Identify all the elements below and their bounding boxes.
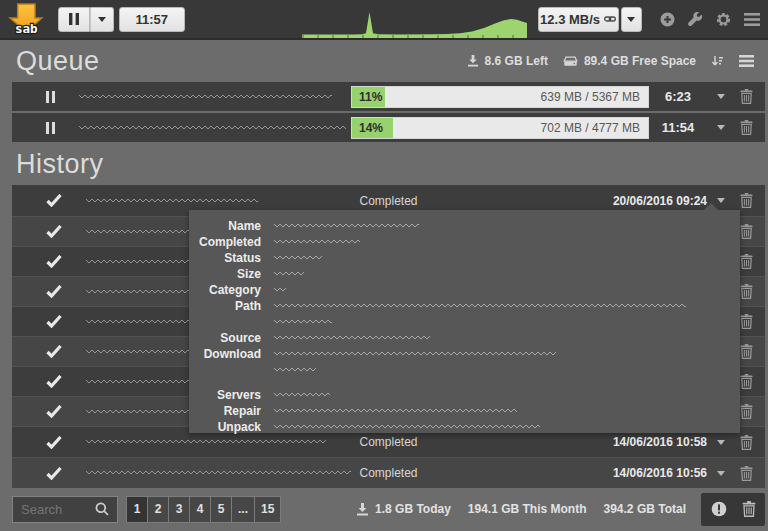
check-icon (46, 285, 62, 298)
eta-value: 6:23 (649, 89, 707, 104)
page-button[interactable]: 4 (189, 496, 211, 523)
speed-value: 12.3 MB/s (540, 12, 600, 27)
detail-label: Repair (189, 404, 261, 418)
delete-row-button[interactable] (735, 113, 757, 142)
progress-fill: 11% (352, 87, 385, 107)
chevron-down-icon (717, 94, 725, 99)
chevron-down-icon (717, 125, 725, 130)
trash-icon (740, 314, 753, 329)
page-ellipsis-button[interactable]: ... (231, 496, 255, 523)
sort-queue-button[interactable] (711, 55, 724, 68)
tools-button[interactable] (688, 12, 703, 27)
redacted-value (274, 368, 316, 372)
queue-display-button[interactable] (739, 55, 754, 67)
progress-bar: 14% 702 MB / 4777 MB (351, 117, 649, 139)
page-button[interactable]: 2 (147, 496, 169, 523)
pause-icon (46, 122, 55, 134)
check-icon (46, 436, 62, 449)
row-options-button[interactable] (707, 113, 735, 142)
search-icon (95, 502, 109, 516)
trash-icon (742, 501, 756, 517)
list-icon (739, 55, 754, 67)
check-icon (46, 225, 62, 238)
plus-circle-icon (660, 12, 675, 27)
timer-button[interactable]: 11:57 (119, 7, 185, 32)
download-icon (356, 503, 369, 516)
progress-bar: 11% 639 MB / 5367 MB (351, 86, 649, 108)
queue-rows: 11% 639 MB / 5367 MB 6:23 14% 702 MB / 4… (12, 82, 765, 142)
pause-icon (69, 13, 79, 25)
redacted-value (274, 240, 360, 244)
queue-row[interactable]: 11% 639 MB / 5367 MB 6:23 (12, 82, 765, 111)
page-button[interactable]: 5 (210, 496, 232, 523)
pause-options-button[interactable] (90, 7, 114, 32)
detail-label: Download (189, 347, 261, 361)
check-icon (46, 405, 62, 418)
detail-label: Category (189, 283, 261, 297)
redacted-value (274, 425, 540, 429)
progress-size: 702 MB / 4777 MB (541, 118, 640, 138)
queue-remaining: 8.6 GB Left (467, 54, 548, 68)
menu-button[interactable] (744, 13, 760, 26)
redacted-job-name (86, 471, 351, 475)
trash-icon (740, 120, 753, 135)
eta-value: 11:54 (649, 120, 707, 135)
wrench-icon (688, 12, 703, 27)
sabnzbd-app: sab 11:57 12.3 MB/s (0, 0, 768, 531)
history-info-button[interactable] (711, 501, 727, 517)
delete-row-button[interactable] (735, 458, 757, 488)
hamburger-icon (744, 13, 760, 26)
check-icon (46, 315, 62, 328)
redacted-job-name (79, 95, 332, 99)
trash-icon (740, 404, 753, 419)
trash-icon (740, 466, 753, 481)
search-input[interactable] (21, 502, 95, 517)
history-date: 14/06/2016 10:56 (577, 466, 707, 480)
history-title: History (16, 149, 104, 180)
add-nzb-button[interactable] (660, 12, 675, 27)
redacted-value (274, 320, 332, 324)
pause-button[interactable] (58, 7, 90, 32)
page-button[interactable]: 3 (168, 496, 190, 523)
trash-icon (740, 374, 753, 389)
trash-icon (740, 344, 753, 359)
queue-stats: 8.6 GB Left 89.4 GB Free Space (467, 54, 754, 68)
link-icon (604, 13, 616, 25)
progress-fill: 14% (352, 118, 393, 138)
detail-label: Size (189, 267, 261, 281)
redacted-value (274, 409, 517, 413)
stat-total: 394.2 GB Total (604, 502, 686, 516)
page-button[interactable]: 15 (254, 496, 281, 523)
detail-label: Unpack (189, 420, 261, 434)
detail-label: Name (189, 219, 261, 233)
delete-row-button[interactable] (735, 82, 757, 111)
row-details-button[interactable] (707, 458, 735, 488)
stat-today: 1.8 GB Today (356, 502, 451, 516)
detail-label: Completed (189, 235, 261, 249)
purge-history-button[interactable] (742, 501, 756, 517)
settings-button[interactable] (716, 12, 731, 27)
speed-options-button[interactable] (621, 7, 642, 32)
footer-actions (701, 493, 765, 526)
exclamation-circle-icon (711, 501, 727, 517)
queue-row[interactable]: 14% 702 MB / 4777 MB 11:54 (12, 113, 765, 142)
redacted-value (274, 272, 304, 276)
chevron-down-icon (627, 17, 635, 22)
progress-percent: 14% (352, 121, 383, 135)
redacted-value (274, 256, 322, 260)
history-date: 14/06/2016 10:58 (577, 435, 707, 449)
check-icon (46, 375, 62, 388)
topbar-actions (660, 12, 760, 27)
progress-percent: 11% (352, 90, 382, 104)
history-row[interactable]: Completed 14/06/2016 10:56 (12, 457, 765, 488)
page-button[interactable]: 1 (126, 496, 148, 523)
svg-text:sab: sab (15, 21, 38, 36)
speed-sparkline (302, 8, 527, 38)
pagination: 1 2 3 4 5 ... 15 (127, 496, 281, 523)
check-icon (46, 255, 62, 268)
trash-icon (740, 435, 753, 450)
row-options-button[interactable] (707, 82, 735, 111)
chevron-down-icon (717, 198, 725, 203)
hdd-icon (563, 56, 578, 67)
speed-limit-button[interactable]: 12.3 MB/s (538, 7, 619, 32)
